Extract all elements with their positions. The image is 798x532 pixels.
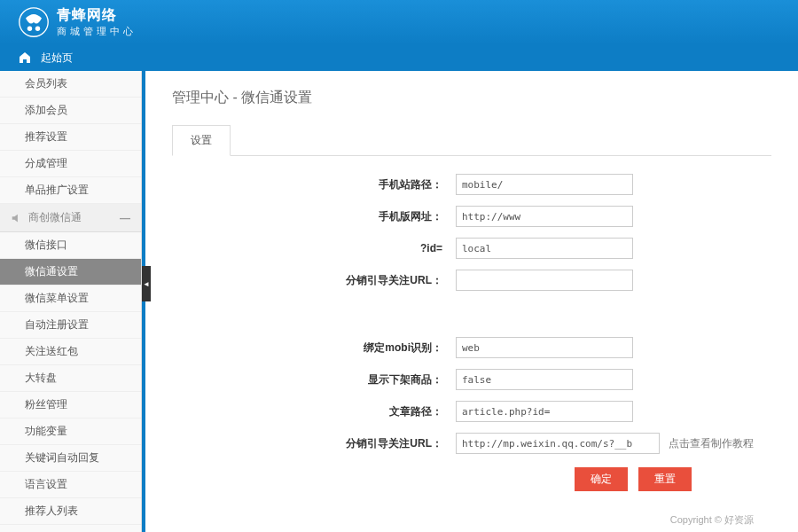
sidebar-item[interactable]: 推荐人列表 (0, 498, 141, 525)
tab-settings[interactable]: 设置 (172, 125, 231, 156)
form-label: 手机版网址： (190, 209, 456, 224)
form-row: 手机站路径： (190, 174, 754, 195)
form-label: ?id= (190, 242, 456, 254)
logo: 青蜂网络 商城管理中心 (18, 6, 137, 38)
sidebar-item[interactable]: 微信通设置 (0, 259, 141, 286)
footer-copyright: Copyright © 好资源 (172, 513, 771, 527)
sidebar-group-wechat[interactable]: 商创微信通 — (0, 204, 141, 232)
sidebar-item[interactable]: 关注送红包 (0, 339, 141, 365)
form-input[interactable] (456, 174, 633, 195)
header: 青蜂网络 商城管理中心 (0, 0, 798, 44)
page-title: 管理中心 - 微信通设置 (172, 89, 771, 107)
sidebar-item[interactable]: 大转盘 (0, 365, 141, 392)
form-input[interactable] (456, 270, 633, 291)
sidebar-item[interactable]: 微信接口 (0, 232, 141, 259)
sidebar-item[interactable]: 功能变量 (0, 419, 141, 445)
form-row: 手机版网址： (190, 206, 754, 227)
form-input[interactable] (456, 401, 633, 422)
form-hint[interactable]: 点击查看制作教程 (669, 436, 754, 451)
form-label: 手机站路径： (190, 177, 456, 192)
sidebar-group-label: 商创微信通 (28, 210, 82, 225)
sidebar-item[interactable]: 单品推广设置 (0, 177, 141, 204)
form-row: 显示下架商品： (190, 369, 754, 390)
form-label: 文章路径： (190, 404, 456, 419)
form-actions: 确定 重置 (190, 467, 754, 491)
speaker-icon (11, 212, 23, 224)
form-input[interactable] (456, 433, 660, 454)
sidebar-item[interactable]: 分成管理 (0, 151, 141, 177)
logo-icon (18, 6, 50, 38)
sidebar-collapse-handle[interactable] (142, 266, 151, 301)
form-input[interactable] (456, 369, 633, 390)
form-input[interactable] (456, 206, 633, 227)
form-row: ?id= (190, 238, 754, 259)
form-row: 文章路径： (190, 401, 754, 422)
form-label: 分销引导关注URL： (190, 436, 456, 451)
sidebar-item[interactable]: 自动注册设置 (0, 312, 141, 339)
sidebar-item[interactable]: 关键词自动回复 (0, 445, 141, 472)
form-label: 分销引导关注URL： (190, 273, 456, 288)
reset-button[interactable]: 重置 (638, 467, 692, 491)
sidebar-item[interactable]: 会员列表 (0, 71, 141, 98)
main: 管理中心 - 微信通设置 设置 手机站路径：手机版网址：?id=分销引导关注UR… (145, 71, 798, 532)
brand-title: 青蜂网络 (57, 6, 137, 25)
form-label: 显示下架商品： (190, 372, 456, 387)
sidebar-item[interactable]: 微信菜单设置 (0, 286, 141, 312)
sidebar: 会员列表添加会员推荐设置分成管理单品推广设置 商创微信通 — 微信接口微信通设置… (0, 71, 142, 532)
breadcrumb: 起始页 (0, 44, 798, 71)
form-row: 分销引导关注URL： (190, 270, 754, 291)
settings-form: 手机站路径：手机版网址：?id=分销引导关注URL： 绑定mobi识别：显示下架… (172, 174, 771, 491)
sidebar-item[interactable]: 语言设置 (0, 472, 141, 498)
form-label: 绑定mobi识别： (190, 340, 456, 356)
form-input[interactable] (456, 238, 633, 259)
collapse-icon[interactable]: — (120, 212, 130, 224)
form-row: 绑定mobi识别： (190, 337, 754, 358)
form-input[interactable] (456, 337, 633, 358)
svg-point-1 (27, 27, 32, 31)
form-row: 分销引导关注URL：点击查看制作教程 (190, 433, 754, 454)
sidebar-item[interactable]: 微信OAuth (0, 525, 141, 532)
svg-point-2 (35, 27, 40, 31)
tabs: 设置 (172, 125, 771, 156)
confirm-button[interactable]: 确定 (575, 467, 628, 491)
brand-subtitle: 商城管理中心 (57, 25, 137, 38)
sidebar-item[interactable]: 添加会员 (0, 98, 141, 124)
sidebar-item[interactable]: 推荐设置 (0, 124, 141, 151)
sidebar-item[interactable]: 粉丝管理 (0, 392, 141, 419)
breadcrumb-home[interactable]: 起始页 (41, 51, 73, 66)
home-icon[interactable] (18, 51, 32, 65)
